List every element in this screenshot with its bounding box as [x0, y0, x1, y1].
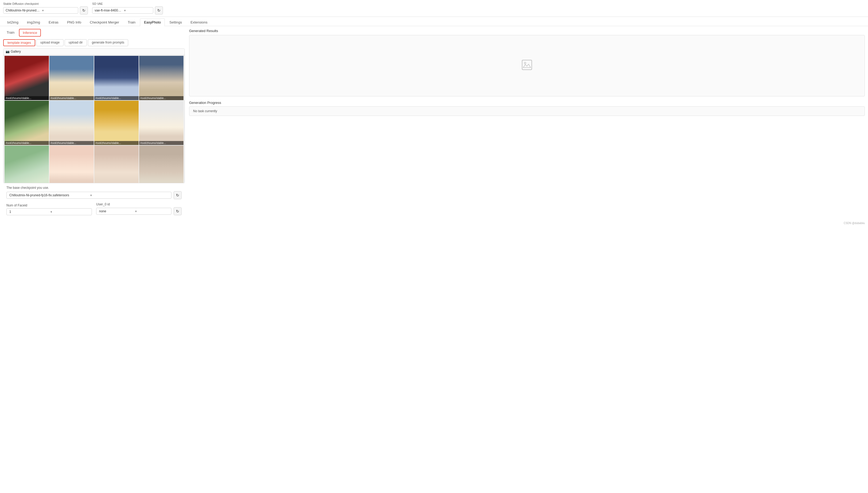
- gallery-item[interactable]: /root/zhoumo/stable...: [94, 101, 138, 145]
- subtab-train[interactable]: Train: [3, 29, 18, 37]
- sd-vae-label: SD VAE: [92, 2, 163, 5]
- sd-vae-caret: ▼: [124, 9, 151, 12]
- base-ckpt-label: The base checkpoint you use.: [6, 186, 181, 190]
- user-id-caret: ▼: [135, 210, 169, 213]
- left-panel: Train Inference template images upload i…: [3, 29, 185, 218]
- svg-rect-0: [522, 60, 532, 70]
- generated-results-box: [189, 35, 865, 97]
- top-bar: Stable Diffusion checkpoint Chilloutmix-…: [0, 0, 868, 17]
- gallery-item[interactable]: /root/zhoumo/stable...: [49, 101, 94, 145]
- sd-vae-section: SD VAE vae-ft-mse-840000-ema-pruned.ckpt…: [92, 2, 163, 15]
- gallery-item[interactable]: /root/zhoumo/stable...: [139, 56, 183, 100]
- watermark: CSDN @dubabiiu: [0, 220, 868, 226]
- gallery-item-label: /root/zhoumo/stable...: [139, 141, 183, 145]
- base-ckpt-refresh[interactable]: ↻: [174, 191, 181, 199]
- gallery-header: 📷 Gallery: [3, 49, 185, 55]
- user-id-value: none: [99, 209, 133, 213]
- gallery-container: 📷 Gallery /root/zhoumo/stable... /root/z…: [3, 48, 185, 183]
- svg-point-1: [524, 62, 526, 64]
- tab-train[interactable]: Train: [124, 18, 139, 26]
- base-ckpt-value: Chilloutmix-Ni-pruned-fp16-fix.safetenso…: [9, 193, 88, 197]
- innertab-upload-image[interactable]: upload image: [36, 39, 64, 46]
- sd-checkpoint-caret: ▼: [42, 9, 76, 12]
- tab-png-info[interactable]: PNG Info: [63, 18, 85, 26]
- gallery-item-label: /root/zhoumo/stable...: [49, 141, 94, 145]
- generated-results-title: Generated Results: [189, 29, 865, 33]
- base-ckpt-dropdown[interactable]: Chilloutmix-Ni-pruned-fp16-fix.safetenso…: [6, 192, 171, 199]
- right-panel: Generated Results Generation Progress No…: [189, 29, 865, 218]
- gallery-item-label: /root/zhoumo/stable...: [94, 141, 138, 145]
- bottom-section: The base checkpoint you use. Chilloutmix…: [3, 183, 185, 218]
- gallery-item[interactable]: /root/zhoumo/stable...: [139, 146, 183, 183]
- sd-checkpoint-row: Chilloutmix-Ni-pruned-fp16-fix.safetenso…: [3, 6, 88, 15]
- gallery-item-label: /root/zhoumo/stable...: [94, 96, 138, 100]
- tab-img2img[interactable]: img2img: [23, 18, 44, 26]
- progress-box: No task currently: [189, 106, 865, 116]
- gallery-item-label: /root/zhoumo/stable...: [49, 96, 94, 100]
- gallery-item[interactable]: /root/zhoumo/stable...: [94, 56, 138, 100]
- sd-vae-value: vae-ft-mse-840000-ema-pruned.ckpt: [94, 8, 122, 12]
- sd-vae-dropdown[interactable]: vae-ft-mse-840000-ema-pruned.ckpt ▼: [92, 7, 153, 14]
- gallery-label: Gallery: [11, 50, 21, 53]
- params-row: Num of Faceid 1 ▼ User_0 id none ▼ ↻: [6, 202, 181, 215]
- base-ckpt-row: Chilloutmix-Ni-pruned-fp16-fix.safetenso…: [6, 191, 181, 199]
- num-faceid-label: Num of Faceid: [6, 203, 92, 207]
- tab-checkpoint-merger[interactable]: Checkpoint Merger: [86, 18, 123, 26]
- content-area: Train Inference template images upload i…: [0, 26, 868, 220]
- gallery-item[interactable]: /root/zhoumo/stable...: [94, 146, 138, 183]
- sd-checkpoint-value: Chilloutmix-Ni-pruned-fp16-fix.safetenso…: [6, 8, 40, 12]
- gallery-item-label: /root/zhoumo/stable...: [4, 141, 49, 145]
- no-task-text: No task currently: [193, 109, 217, 113]
- innertab-generate-from-prompts[interactable]: generate from prompts: [88, 39, 128, 46]
- num-faceid-group: Num of Faceid 1 ▼: [6, 203, 92, 215]
- gallery-item-label: /root/zhoumo/stable...: [139, 96, 183, 100]
- num-faceid-caret: ▼: [50, 211, 89, 213]
- gallery-icon: 📷: [6, 50, 9, 53]
- image-placeholder-icon: [522, 60, 532, 72]
- gallery-item-label: /root/zhoumo/stable...: [4, 96, 49, 100]
- innertab-template-images[interactable]: template images: [3, 39, 35, 46]
- gallery-item[interactable]: /root/zhoumo/stable...: [139, 101, 183, 145]
- gallery-item[interactable]: /root/zhoumo/stable...: [49, 56, 94, 100]
- num-faceid-value: 1: [9, 210, 48, 214]
- user-id-label: User_0 id: [96, 202, 181, 206]
- tab-extras[interactable]: Extras: [45, 18, 63, 26]
- tab-extensions[interactable]: Extensions: [187, 18, 212, 26]
- tab-txt2img[interactable]: txt2img: [3, 18, 22, 26]
- innertab-upload-dir[interactable]: upload dir: [65, 39, 87, 46]
- user-id-group: User_0 id none ▼ ↻: [96, 202, 181, 215]
- generation-progress-title: Generation Progress: [189, 101, 865, 105]
- gallery-item[interactable]: /root/zhoumo/stable...: [4, 56, 49, 100]
- num-faceid-dropdown[interactable]: 1 ▼: [6, 208, 92, 215]
- nav-tabs: txt2img img2img Extras PNG Info Checkpoi…: [0, 17, 868, 26]
- user-id-dropdown[interactable]: none ▼: [96, 208, 171, 215]
- tab-settings[interactable]: Settings: [165, 18, 186, 26]
- tab-easyphoto[interactable]: EasyPhoto: [140, 18, 165, 26]
- gallery-item[interactable]: /root/zhoumo/stable...: [49, 146, 94, 183]
- sd-checkpoint-section: Stable Diffusion checkpoint Chilloutmix-…: [3, 2, 88, 15]
- sd-checkpoint-dropdown[interactable]: Chilloutmix-Ni-pruned-fp16-fix.safetenso…: [3, 7, 78, 14]
- inner-tabs: template images upload image upload dir …: [3, 39, 185, 46]
- base-ckpt-caret: ▼: [90, 194, 169, 197]
- sd-vae-row: vae-ft-mse-840000-ema-pruned.ckpt ▼ ↻: [92, 6, 163, 15]
- sd-checkpoint-refresh[interactable]: ↻: [80, 6, 88, 15]
- sd-checkpoint-label: Stable Diffusion checkpoint: [3, 2, 88, 5]
- sub-tabs: Train Inference: [3, 29, 185, 37]
- user-id-refresh[interactable]: ↻: [174, 207, 181, 215]
- gallery-item[interactable]: /root/zhoumo/stable...: [4, 101, 49, 145]
- gallery-grid: /root/zhoumo/stable... /root/zhoumo/stab…: [3, 55, 185, 183]
- subtab-inference[interactable]: Inference: [19, 29, 41, 37]
- sd-vae-refresh[interactable]: ↻: [155, 6, 163, 15]
- gallery-item[interactable]: /root/zhoumo/stable...: [4, 146, 49, 183]
